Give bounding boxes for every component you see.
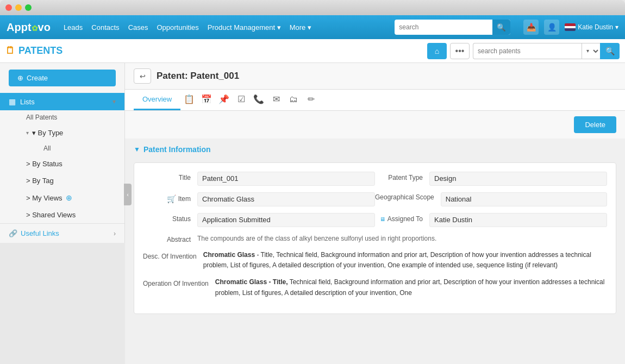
info-grid: Title Patent_001 Patent Type Design 🛒 It… — [134, 162, 616, 314]
sidebar: ⊕ Create ▦ Lists ▾ All Patents ▾ ▾ By Ty… — [0, 63, 125, 243]
status-label: Status — [143, 213, 197, 223]
sidebar-by-type[interactable]: ▾ ▾ By Type — [17, 124, 124, 141]
section-collapse-icon[interactable]: ▼ — [134, 146, 140, 153]
sidebar-useful-links[interactable]: 🔗 Useful Links › — [0, 224, 124, 243]
by-type-expand-icon: ▾ — [26, 130, 29, 136]
user-menu[interactable]: Katie Dustin ▾ — [565, 23, 618, 31]
patent-info-section: ▼ Patent Information Title Patent_001 Pa… — [134, 143, 616, 314]
assigned-to-value: Katie Dustin — [429, 213, 607, 227]
tab-list-icon[interactable]: 📋 — [180, 90, 198, 110]
my-views-label: > My Views — [26, 194, 62, 202]
patents-label: PATENTS — [18, 45, 62, 57]
nav-opportunities[interactable]: Opportunities — [157, 23, 198, 32]
delete-button[interactable]: Delete — [574, 116, 616, 133]
sidebar-all-patents[interactable]: All Patents — [17, 110, 124, 124]
nav-product-management[interactable]: Product Management ▾ — [208, 23, 281, 32]
global-search: 🔍 — [395, 20, 510, 35]
patents-icon: 🗒 — [5, 45, 15, 57]
status-row: Status Application Submitted 🖥 Assigned … — [143, 213, 607, 227]
shared-views-label: > Shared Views — [26, 211, 76, 219]
patent-type-col: Patent Type Design — [375, 172, 607, 186]
geo-scope-label: Geographical Scope — [375, 192, 441, 202]
tab-check-icon[interactable]: ☑ — [233, 90, 250, 110]
title-row: Title Patent_001 Patent Type Design — [143, 172, 607, 186]
tab-phone-icon[interactable]: 📞 — [250, 90, 267, 110]
status-col: Status Application Submitted — [143, 213, 375, 227]
tab-edit-icon[interactable]: ✏ — [302, 90, 320, 110]
global-search-input[interactable] — [395, 23, 492, 31]
patents-search: ▾ 🔍 — [473, 43, 620, 59]
operation-label: Operation Of Invention — [143, 277, 215, 298]
back-button[interactable]: ↩ — [134, 68, 151, 84]
titlebar — [0, 0, 625, 15]
minimize-btn[interactable] — [15, 4, 22, 11]
nav-contacts[interactable]: Contacts — [91, 23, 119, 32]
desc-text: - Title, Technical field, Background inf… — [203, 251, 591, 269]
patents-search-input[interactable] — [473, 43, 582, 59]
tab-email-icon[interactable]: ✉ — [267, 90, 285, 110]
by-status-label: > By Status — [26, 160, 62, 168]
useful-links-chevron: › — [114, 230, 116, 237]
tabs-bar: Overview 📋 📅 📌 ☑ 📞 ✉ 🗂 ✏ — [125, 90, 625, 111]
abstract-value: The compounds are of the class of alkyl … — [197, 234, 607, 243]
sidebar-lists[interactable]: ▦ Lists ▾ — [0, 93, 124, 110]
sidebar-by-tag[interactable]: > By Tag — [17, 172, 124, 189]
patents-search-button[interactable]: 🔍 — [600, 43, 620, 59]
tab-overview[interactable]: Overview — [134, 90, 180, 110]
item-col: 🛒 Item Chromatic Glass — [143, 192, 375, 206]
tab-folder-icon[interactable]: 🗂 — [285, 90, 302, 110]
lists-icon: ▦ — [9, 97, 16, 106]
user-name: Katie Dustin — [578, 23, 613, 31]
app-logo: Appt✿vo — [7, 21, 51, 34]
profile-icon[interactable]: 👤 — [544, 20, 559, 35]
search-type-dropdown[interactable]: ▾ — [582, 43, 600, 59]
status-value: Application Submitted — [197, 213, 375, 227]
title-value: Patent_001 — [197, 172, 375, 186]
create-button[interactable]: ⊕ Create — [9, 70, 116, 86]
patent-type-value: Design — [429, 172, 607, 186]
nav-more[interactable]: More ▾ — [290, 23, 311, 32]
by-type-sub: All — [17, 141, 124, 155]
global-search-button[interactable]: 🔍 — [492, 20, 510, 35]
tab-calendar-icon[interactable]: 📅 — [198, 90, 215, 110]
abstract-label: Abstract — [143, 234, 197, 243]
nav-cases[interactable]: Cases — [128, 23, 148, 32]
sidebar-by-status[interactable]: > By Status — [17, 155, 124, 172]
desc-bold: Chromatic Glass — [203, 251, 255, 259]
desc-label: Desc. Of Invention — [143, 250, 203, 271]
item-label: 🛒 Item — [143, 192, 197, 203]
monitor-icon: 🖥 — [380, 216, 385, 222]
sidebar-sub-lists: All Patents ▾ ▾ By Type All > By Status … — [0, 110, 124, 223]
by-type-label: ▾ By Type — [32, 129, 63, 137]
operation-value: Chromatic Glass - Title, Technical field… — [215, 277, 607, 298]
by-type-all[interactable]: All — [35, 141, 124, 155]
back-icon: ↩ — [140, 72, 146, 80]
sidebar-my-views[interactable]: > My Views ⊕ — [17, 189, 124, 206]
add-view-icon[interactable]: ⊕ — [66, 193, 72, 202]
tab-pin-icon[interactable]: 📌 — [215, 90, 233, 110]
more-options-button[interactable]: ••• — [450, 43, 470, 59]
geo-scope-value: National — [441, 192, 607, 206]
lists-label: Lists — [20, 98, 35, 106]
collapse-sidebar-button[interactable]: ‹ — [124, 184, 132, 205]
close-btn[interactable] — [5, 4, 12, 11]
plus-icon: ⊕ — [17, 74, 23, 82]
sidebar-shared-views[interactable]: > Shared Views — [17, 206, 124, 223]
desc-row: Desc. Of Invention Chromatic Glass - Tit… — [143, 250, 607, 271]
sidebar-wrapper: ⊕ Create ▦ Lists ▾ All Patents ▾ ▾ By Ty… — [0, 63, 125, 364]
page-title: Patent: Patent_001 — [157, 71, 239, 81]
operation-row: Operation Of Invention Chromatic Glass -… — [143, 277, 607, 298]
flag-icon — [565, 23, 576, 31]
content-area: ↩ Patent: Patent_001 Overview 📋 📅 📌 ☑ 📞 … — [125, 63, 625, 364]
notifications-icon[interactable]: 📥 — [523, 20, 539, 35]
content-actions: Delete — [125, 111, 625, 139]
useful-links-label: Useful Links — [21, 229, 59, 237]
nav-leads[interactable]: Leads — [64, 23, 83, 32]
cart-icon: 🛒 — [167, 194, 176, 203]
operation-bold: Chromatic Glass - Title, — [215, 278, 288, 286]
maximize-btn[interactable] — [25, 4, 32, 11]
assigned-col: 🖥 Assigned To Katie Dustin — [375, 213, 607, 227]
user-chevron: ▾ — [615, 23, 618, 31]
home-button[interactable]: ⌂ — [427, 43, 447, 59]
title-label: Title — [143, 172, 197, 181]
